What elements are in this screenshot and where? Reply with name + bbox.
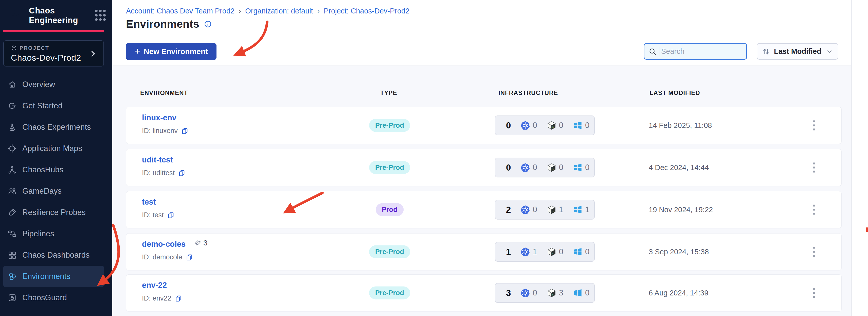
chaos-engineering-logo-icon xyxy=(8,8,23,23)
content-right-divider xyxy=(851,0,851,316)
brand-accent-bar xyxy=(3,30,104,32)
sidebar-item-chaos-dashboards[interactable]: Chaos Dashboards xyxy=(3,245,104,266)
kubernetes-count: 0 xyxy=(533,121,537,130)
linux-host-icon xyxy=(547,205,556,214)
kubernetes-count: 0 xyxy=(533,205,537,214)
sidebar-item-icon xyxy=(8,165,17,174)
text-cursor xyxy=(660,47,660,56)
sort-dropdown[interactable]: Last Modified xyxy=(757,43,838,60)
column-header-type: TYPE xyxy=(380,89,397,96)
tag-group: 3 xyxy=(193,238,208,247)
kubernetes-count: 1 xyxy=(533,247,537,256)
infrastructure-summary: 2 0 1 1 xyxy=(495,200,595,220)
environment-id: ID: democole xyxy=(142,253,182,261)
sidebar-item-icon xyxy=(8,101,17,110)
search-input[interactable] xyxy=(661,47,732,56)
copy-icon[interactable] xyxy=(175,295,182,302)
new-environment-button[interactable]: + New Environment xyxy=(126,43,216,60)
row-menu-button[interactable] xyxy=(809,243,819,261)
linux-count: 0 xyxy=(559,247,563,256)
linux-count: 1 xyxy=(559,205,563,214)
main-content: Account: Chaos Dev Team Prod2 › Organiza… xyxy=(112,0,868,316)
sidebar-item-get-started[interactable]: Get Started xyxy=(3,95,104,116)
sidebar: Chaos Engineering PROJECT Chaos-Dev-Prod… xyxy=(0,0,112,316)
kubernetes-count: 0 xyxy=(533,288,537,297)
breadcrumb-project-link[interactable]: Project: Chaos-Dev-Prod2 xyxy=(324,7,409,15)
environment-id: ID: udittest xyxy=(142,169,175,177)
environment-name-link[interactable]: linux-env xyxy=(142,113,177,122)
breadcrumb-org-link[interactable]: Organization: default xyxy=(245,7,313,15)
row-menu-button[interactable] xyxy=(809,284,819,302)
sidebar-item-icon xyxy=(8,80,17,89)
copy-icon[interactable] xyxy=(167,212,175,219)
kubernetes-icon xyxy=(521,205,530,214)
info-icon[interactable] xyxy=(204,20,212,28)
sidebar-item-label: Application Maps xyxy=(22,144,82,153)
last-modified-date: 19 Nov 2024, 19:22 xyxy=(649,206,713,214)
last-modified-date: 4 Dec 2024, 14:44 xyxy=(649,164,709,172)
row-menu-button[interactable] xyxy=(809,159,819,176)
sidebar-menu: Overview Get Started Chaos Experiments A… xyxy=(0,74,112,308)
column-header-environment: ENVIRONMENT xyxy=(140,89,188,96)
kubernetes-icon xyxy=(521,120,530,130)
sidebar-item-label: Chaos Experiments xyxy=(22,123,91,132)
type-badge: Pre-Prod xyxy=(369,246,410,258)
infra-total-count: 1 xyxy=(506,247,511,257)
environment-id: ID: linuxenv xyxy=(142,127,178,135)
linux-count: 0 xyxy=(559,163,563,172)
infrastructure-summary: 0 0 0 0 xyxy=(495,115,595,135)
environment-name-link[interactable]: udit-test xyxy=(142,155,173,165)
sidebar-item-pipelines[interactable]: Pipelines xyxy=(3,223,104,245)
sidebar-item-environments[interactable]: Environments xyxy=(3,266,104,287)
copy-icon[interactable] xyxy=(181,127,188,135)
table-row: linux-env ID: linuxenv Pre-Prod 0 0 0 0 … xyxy=(126,107,842,144)
breadcrumb-account-link[interactable]: Account: Chaos Dev Team Prod2 xyxy=(126,7,235,15)
plus-icon: + xyxy=(134,46,140,56)
sidebar-item-icon xyxy=(8,251,17,260)
environment-name-link[interactable]: env-22 xyxy=(142,281,167,290)
sidebar-item-label: Resilience Probes xyxy=(22,208,86,217)
module-switcher-icon[interactable] xyxy=(95,10,106,21)
environment-id: ID: env22 xyxy=(142,294,172,302)
environment-id: ID: test xyxy=(142,211,164,219)
row-menu-button[interactable] xyxy=(809,116,819,134)
project-label: PROJECT xyxy=(20,45,49,51)
windows-count: 0 xyxy=(585,121,589,130)
sidebar-item-label: Overview xyxy=(22,80,55,89)
infra-total-count: 0 xyxy=(506,163,511,173)
project-name: Chaos-Dev-Prod2 xyxy=(11,53,98,63)
infra-total-count: 0 xyxy=(506,120,511,131)
row-menu-button[interactable] xyxy=(809,201,819,219)
windows-icon xyxy=(573,205,583,214)
tag-icon xyxy=(193,239,201,247)
sidebar-item-application-maps[interactable]: Application Maps xyxy=(3,138,104,159)
copy-icon[interactable] xyxy=(186,254,193,261)
environment-name-link[interactable]: demo-coles xyxy=(142,239,186,249)
copy-icon[interactable] xyxy=(178,170,185,177)
table-row: udit-test ID: udittest Pre-Prod 0 0 0 0 … xyxy=(126,149,842,186)
sidebar-item-gamedays[interactable]: GameDays xyxy=(3,180,104,202)
linux-host-icon xyxy=(547,120,556,130)
sidebar-item-icon xyxy=(8,272,17,281)
chevron-down-icon xyxy=(826,48,833,55)
sidebar-item-icon xyxy=(8,208,17,217)
sidebar-item-resilience-probes[interactable]: Resilience Probes xyxy=(3,202,104,223)
project-selector[interactable]: PROJECT Chaos-Dev-Prod2 xyxy=(3,40,104,66)
last-modified-date: 14 Feb 2025, 11:08 xyxy=(649,121,712,130)
environment-name-link[interactable]: test xyxy=(142,198,156,207)
kubernetes-icon xyxy=(521,163,530,172)
sidebar-item-icon xyxy=(8,229,17,238)
sidebar-item-label: Pipelines xyxy=(22,229,54,238)
kubernetes-icon xyxy=(521,247,530,257)
sidebar-item-chaosguard[interactable]: ChaosGuard xyxy=(3,287,104,308)
sidebar-item-label: GameDays xyxy=(22,186,62,196)
type-badge: Pre-Prod xyxy=(369,287,410,299)
sidebar-item-chaoshubs[interactable]: ChaosHubs xyxy=(3,159,104,180)
sidebar-item-chaos-experiments[interactable]: Chaos Experiments xyxy=(3,116,104,138)
sidebar-item-label: ChaosHubs xyxy=(22,165,63,174)
windows-icon xyxy=(573,120,583,130)
windows-count: 0 xyxy=(585,163,589,172)
column-header-infrastructure: INFRASTRUCTURE xyxy=(498,89,558,96)
brand-header: Chaos Engineering xyxy=(0,0,112,31)
sidebar-item-overview[interactable]: Overview xyxy=(3,74,104,95)
